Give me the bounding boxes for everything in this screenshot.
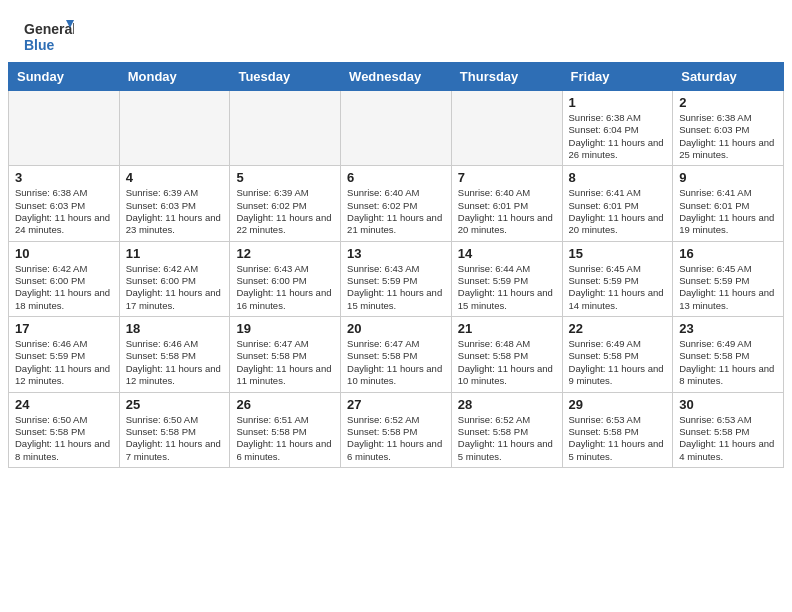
calendar-day-cell [451,91,562,166]
calendar-day-cell: 16Sunrise: 6:45 AM Sunset: 5:59 PM Dayli… [673,241,784,316]
calendar-day-cell [119,91,230,166]
logo-svg: GeneralBlue [24,18,74,54]
day-info: Sunrise: 6:47 AM Sunset: 5:58 PM Dayligh… [236,338,334,387]
day-info: Sunrise: 6:52 AM Sunset: 5:58 PM Dayligh… [347,414,445,463]
day-number: 3 [15,170,113,185]
calendar-day-header: Monday [119,63,230,91]
day-info: Sunrise: 6:45 AM Sunset: 5:59 PM Dayligh… [569,263,667,312]
logo: GeneralBlue [24,18,74,54]
day-info: Sunrise: 6:48 AM Sunset: 5:58 PM Dayligh… [458,338,556,387]
day-number: 24 [15,397,113,412]
day-info: Sunrise: 6:50 AM Sunset: 5:58 PM Dayligh… [126,414,224,463]
calendar-week-row: 10Sunrise: 6:42 AM Sunset: 6:00 PM Dayli… [9,241,784,316]
calendar-day-header: Friday [562,63,673,91]
calendar-day-cell [230,91,341,166]
calendar-day-header: Wednesday [341,63,452,91]
calendar-day-cell: 17Sunrise: 6:46 AM Sunset: 5:59 PM Dayli… [9,317,120,392]
calendar-day-cell: 11Sunrise: 6:42 AM Sunset: 6:00 PM Dayli… [119,241,230,316]
day-number: 17 [15,321,113,336]
day-number: 27 [347,397,445,412]
day-number: 30 [679,397,777,412]
day-number: 22 [569,321,667,336]
calendar-day-header: Thursday [451,63,562,91]
day-info: Sunrise: 6:52 AM Sunset: 5:58 PM Dayligh… [458,414,556,463]
calendar-day-header: Saturday [673,63,784,91]
day-info: Sunrise: 6:38 AM Sunset: 6:03 PM Dayligh… [15,187,113,236]
day-info: Sunrise: 6:41 AM Sunset: 6:01 PM Dayligh… [679,187,777,236]
day-number: 26 [236,397,334,412]
calendar-day-cell: 10Sunrise: 6:42 AM Sunset: 6:00 PM Dayli… [9,241,120,316]
calendar-day-header: Sunday [9,63,120,91]
day-number: 11 [126,246,224,261]
day-info: Sunrise: 6:38 AM Sunset: 6:04 PM Dayligh… [569,112,667,161]
calendar-day-header: Tuesday [230,63,341,91]
day-number: 7 [458,170,556,185]
day-number: 21 [458,321,556,336]
day-info: Sunrise: 6:43 AM Sunset: 5:59 PM Dayligh… [347,263,445,312]
day-info: Sunrise: 6:49 AM Sunset: 5:58 PM Dayligh… [569,338,667,387]
day-number: 14 [458,246,556,261]
calendar-day-cell: 3Sunrise: 6:38 AM Sunset: 6:03 PM Daylig… [9,166,120,241]
calendar-day-cell: 12Sunrise: 6:43 AM Sunset: 6:00 PM Dayli… [230,241,341,316]
calendar-day-cell [341,91,452,166]
calendar-day-cell: 7Sunrise: 6:40 AM Sunset: 6:01 PM Daylig… [451,166,562,241]
day-info: Sunrise: 6:41 AM Sunset: 6:01 PM Dayligh… [569,187,667,236]
day-info: Sunrise: 6:45 AM Sunset: 5:59 PM Dayligh… [679,263,777,312]
day-number: 23 [679,321,777,336]
day-info: Sunrise: 6:44 AM Sunset: 5:59 PM Dayligh… [458,263,556,312]
day-number: 28 [458,397,556,412]
calendar-day-cell [9,91,120,166]
svg-text:Blue: Blue [24,37,55,53]
day-number: 1 [569,95,667,110]
day-info: Sunrise: 6:53 AM Sunset: 5:58 PM Dayligh… [569,414,667,463]
calendar-day-cell: 8Sunrise: 6:41 AM Sunset: 6:01 PM Daylig… [562,166,673,241]
calendar-day-cell: 21Sunrise: 6:48 AM Sunset: 5:58 PM Dayli… [451,317,562,392]
calendar-day-cell: 4Sunrise: 6:39 AM Sunset: 6:03 PM Daylig… [119,166,230,241]
calendar-day-cell: 15Sunrise: 6:45 AM Sunset: 5:59 PM Dayli… [562,241,673,316]
calendar-day-cell: 20Sunrise: 6:47 AM Sunset: 5:58 PM Dayli… [341,317,452,392]
day-info: Sunrise: 6:46 AM Sunset: 5:59 PM Dayligh… [15,338,113,387]
calendar-week-row: 3Sunrise: 6:38 AM Sunset: 6:03 PM Daylig… [9,166,784,241]
day-info: Sunrise: 6:40 AM Sunset: 6:02 PM Dayligh… [347,187,445,236]
calendar-week-row: 17Sunrise: 6:46 AM Sunset: 5:59 PM Dayli… [9,317,784,392]
header: GeneralBlue [0,0,792,62]
calendar-day-cell: 28Sunrise: 6:52 AM Sunset: 5:58 PM Dayli… [451,392,562,467]
calendar-day-cell: 6Sunrise: 6:40 AM Sunset: 6:02 PM Daylig… [341,166,452,241]
calendar-day-cell: 27Sunrise: 6:52 AM Sunset: 5:58 PM Dayli… [341,392,452,467]
day-info: Sunrise: 6:42 AM Sunset: 6:00 PM Dayligh… [15,263,113,312]
svg-text:General: General [24,21,74,37]
calendar-day-cell: 22Sunrise: 6:49 AM Sunset: 5:58 PM Dayli… [562,317,673,392]
calendar-day-cell: 25Sunrise: 6:50 AM Sunset: 5:58 PM Dayli… [119,392,230,467]
calendar-day-cell: 5Sunrise: 6:39 AM Sunset: 6:02 PM Daylig… [230,166,341,241]
calendar-week-row: 1Sunrise: 6:38 AM Sunset: 6:04 PM Daylig… [9,91,784,166]
day-info: Sunrise: 6:47 AM Sunset: 5:58 PM Dayligh… [347,338,445,387]
calendar-day-cell: 26Sunrise: 6:51 AM Sunset: 5:58 PM Dayli… [230,392,341,467]
day-number: 12 [236,246,334,261]
calendar-day-cell: 13Sunrise: 6:43 AM Sunset: 5:59 PM Dayli… [341,241,452,316]
calendar-day-cell: 30Sunrise: 6:53 AM Sunset: 5:58 PM Dayli… [673,392,784,467]
day-number: 4 [126,170,224,185]
day-info: Sunrise: 6:42 AM Sunset: 6:00 PM Dayligh… [126,263,224,312]
day-number: 19 [236,321,334,336]
calendar-header-row: SundayMondayTuesdayWednesdayThursdayFrid… [9,63,784,91]
day-info: Sunrise: 6:43 AM Sunset: 6:00 PM Dayligh… [236,263,334,312]
day-number: 6 [347,170,445,185]
day-info: Sunrise: 6:46 AM Sunset: 5:58 PM Dayligh… [126,338,224,387]
day-info: Sunrise: 6:38 AM Sunset: 6:03 PM Dayligh… [679,112,777,161]
calendar-week-row: 24Sunrise: 6:50 AM Sunset: 5:58 PM Dayli… [9,392,784,467]
calendar-day-cell: 23Sunrise: 6:49 AM Sunset: 5:58 PM Dayli… [673,317,784,392]
calendar-day-cell: 19Sunrise: 6:47 AM Sunset: 5:58 PM Dayli… [230,317,341,392]
calendar-day-cell: 9Sunrise: 6:41 AM Sunset: 6:01 PM Daylig… [673,166,784,241]
day-number: 18 [126,321,224,336]
day-info: Sunrise: 6:39 AM Sunset: 6:03 PM Dayligh… [126,187,224,236]
day-info: Sunrise: 6:51 AM Sunset: 5:58 PM Dayligh… [236,414,334,463]
day-number: 13 [347,246,445,261]
day-info: Sunrise: 6:39 AM Sunset: 6:02 PM Dayligh… [236,187,334,236]
day-number: 25 [126,397,224,412]
day-number: 20 [347,321,445,336]
calendar-day-cell: 14Sunrise: 6:44 AM Sunset: 5:59 PM Dayli… [451,241,562,316]
day-number: 5 [236,170,334,185]
calendar-day-cell: 18Sunrise: 6:46 AM Sunset: 5:58 PM Dayli… [119,317,230,392]
day-number: 16 [679,246,777,261]
day-number: 10 [15,246,113,261]
